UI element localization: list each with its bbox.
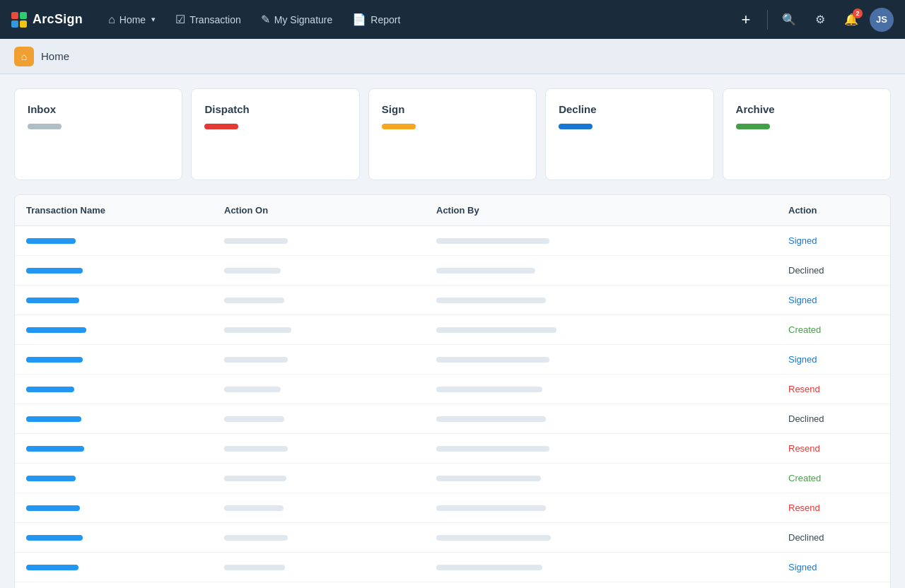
td-action-on <box>213 259 425 283</box>
td-action-by <box>425 318 777 342</box>
td-action-on <box>213 496 425 520</box>
transaction-name-bar[interactable] <box>26 238 76 244</box>
td-action-by <box>425 585 777 589</box>
td-action-by <box>425 496 777 520</box>
td-action: Signed <box>777 286 890 314</box>
td-transaction-name <box>15 555 213 580</box>
action-status: Declined <box>788 413 824 424</box>
table-body: Signed Declined <box>15 226 890 588</box>
td-action: Signed <box>777 345 890 374</box>
td-action-on <box>213 229 425 253</box>
transaction-name-bar[interactable] <box>26 387 74 392</box>
td-action: Resend <box>777 434 890 463</box>
main-content: Inbox Dispatch Sign Decline Archive Tran… <box>0 74 905 588</box>
td-action-on <box>213 466 425 490</box>
transaction-name-bar[interactable] <box>26 327 86 333</box>
action-on-bar <box>224 298 284 303</box>
action-status: Resend <box>788 443 820 454</box>
status-card-sign[interactable]: Sign <box>368 88 537 180</box>
transaction-name-bar[interactable] <box>26 505 80 511</box>
nav-transaction[interactable]: ☑ Transaction <box>167 8 250 30</box>
td-action: Declined <box>777 404 890 433</box>
action-on-bar <box>224 327 291 333</box>
td-action-by <box>425 466 777 490</box>
status-cards: Inbox Dispatch Sign Decline Archive <box>14 88 891 180</box>
app-name: ArcSign <box>33 12 83 27</box>
status-card-decline[interactable]: Decline <box>545 88 713 180</box>
nav-links: ⌂ Home ▾ ☑ Transaction ✎ My Signature 📄 … <box>100 8 728 30</box>
table-row: Resend <box>15 434 890 464</box>
td-action: Declined <box>777 523 890 552</box>
td-transaction-name <box>15 377 213 401</box>
transaction-name-bar[interactable] <box>26 416 81 422</box>
action-by-bar <box>436 446 549 452</box>
td-transaction-name <box>15 437 213 461</box>
nav-report-label: Report <box>370 14 400 25</box>
action-by-bar <box>436 357 549 363</box>
search-button[interactable]: 🔍 <box>776 7 802 33</box>
status-card-archive[interactable]: Archive <box>723 88 891 180</box>
breadcrumb-home-icon: ⌂ <box>14 47 34 66</box>
action-on-bar <box>224 416 284 422</box>
add-button[interactable]: + <box>733 7 759 33</box>
td-action-by <box>425 407 777 431</box>
notification-badge: 2 <box>853 8 863 18</box>
transaction-icon: ☑ <box>175 13 185 26</box>
td-transaction-name <box>15 407 213 431</box>
transaction-name-bar[interactable] <box>26 476 76 481</box>
td-action: Created <box>777 582 890 588</box>
td-action-on <box>213 526 425 550</box>
td-action: Created <box>777 464 890 493</box>
td-action: Created <box>777 315 890 344</box>
nav-signature-label: My Signature <box>274 14 332 25</box>
logo-icon <box>11 12 27 28</box>
table-row: Created <box>15 464 890 493</box>
td-action-on <box>213 585 425 589</box>
table-row: Resend <box>15 375 890 404</box>
status-card-dispatch[interactable]: Dispatch <box>191 88 359 180</box>
table-row: Created <box>15 315 890 345</box>
action-by-bar <box>436 268 535 274</box>
status-bar-dispatch <box>204 124 238 129</box>
status-bar-archive <box>736 124 770 129</box>
td-action-by <box>425 229 777 253</box>
td-action-on <box>213 555 425 580</box>
nav-report[interactable]: 📄 Report <box>344 8 409 30</box>
user-avatar[interactable]: JS <box>870 8 894 32</box>
action-on-bar <box>224 268 281 274</box>
table-row: Declined <box>15 523 890 553</box>
td-action: Declined <box>777 256 890 285</box>
action-on-bar <box>224 565 285 570</box>
notifications-button[interactable]: 🔔 2 <box>839 7 864 33</box>
td-transaction-name <box>15 288 213 312</box>
breadcrumb-bar: ⌂ Home <box>0 39 905 74</box>
th-transaction-name: Transaction Name <box>15 195 213 225</box>
table-row: Resend <box>15 493 890 523</box>
th-action-by: Action By <box>425 195 777 225</box>
status-card-inbox[interactable]: Inbox <box>14 88 182 180</box>
transactions-table: Transaction Name Action On Action By Act… <box>14 194 891 588</box>
top-navigation: ArcSign ⌂ Home ▾ ☑ Transaction ✎ My Sign… <box>0 0 905 39</box>
nav-home[interactable]: ⌂ Home ▾ <box>100 9 164 30</box>
breadcrumb-label: Home <box>41 50 69 62</box>
td-action-on <box>213 437 425 461</box>
transaction-name-bar[interactable] <box>26 357 83 363</box>
logo-area[interactable]: ArcSign <box>11 12 83 28</box>
action-by-bar <box>436 298 546 303</box>
td-transaction-name <box>15 348 213 372</box>
nav-my-signature[interactable]: ✎ My Signature <box>252 8 341 30</box>
transaction-name-bar[interactable] <box>26 535 83 541</box>
settings-button[interactable]: ⚙ <box>807 7 833 33</box>
transaction-name-bar[interactable] <box>26 565 78 570</box>
transaction-name-bar[interactable] <box>26 298 79 303</box>
action-on-bar <box>224 446 288 452</box>
transaction-name-bar[interactable] <box>26 446 84 452</box>
td-action-on <box>213 377 425 401</box>
status-bar-sign <box>382 124 416 129</box>
td-action-by <box>425 437 777 461</box>
td-action: Resend <box>777 375 890 404</box>
table-row: Signed <box>15 553 890 582</box>
transaction-name-bar[interactable] <box>26 268 83 274</box>
action-by-bar <box>436 238 549 244</box>
action-status: Resend <box>788 502 820 513</box>
